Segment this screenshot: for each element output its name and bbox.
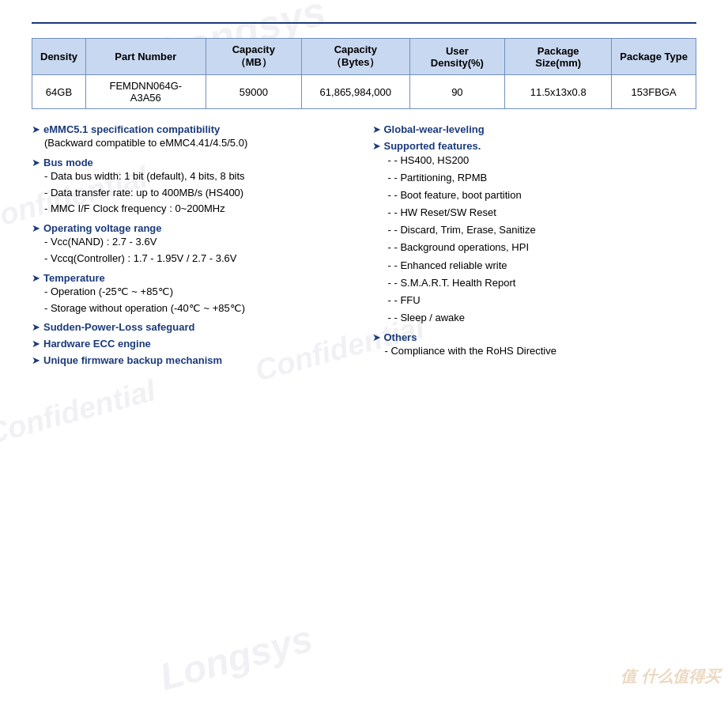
feature-main-line: ➤Operating voltage range (32, 222, 356, 234)
table-cell: FEMDNN064G-A3A56 (85, 75, 206, 109)
feature-sub-line: - Vccq(Controller) : 1.7 - 1.95V / 2.7 -… (44, 251, 356, 267)
feature-main-line: ➤Sudden-Power-Loss safeguard (32, 321, 356, 333)
table-cell: 90 (409, 75, 505, 109)
table-header-row: DensityPart NumberCapacity（MB）Capacity（B… (32, 39, 696, 75)
feature-item: ➤Unique firmware backup mechanism (32, 354, 356, 366)
feature-sub-line: - HS400, HS200 (388, 152, 697, 169)
feature-sub-line: - MMC I/F Clock frequency : 0~200MHz (44, 201, 356, 217)
feature-arrow-icon: ➤ (32, 157, 40, 168)
table-header-cell: Part Number (85, 39, 206, 75)
feature-sub-line: - Partitioning, RPMB (388, 169, 697, 187)
feature-main-line: ➤Global-wear-leveling (372, 123, 697, 135)
feature-arrow-icon: ➤ (32, 354, 40, 366)
feature-sub-line: - Sleep / awake (388, 309, 697, 327)
table-cell: 153FBGA (612, 75, 696, 109)
table-cell: 11.5x13x0.8 (505, 75, 612, 109)
feature-sub-line: - Storage without operation (-40℃ ~ +85℃… (44, 301, 356, 317)
feature-main-line: ➤Temperature (32, 272, 356, 284)
feature-bold-label: Hardware ECC engine (43, 338, 151, 350)
feature-sub-line: - Boot feature, boot partition (388, 187, 697, 204)
feature-arrow-icon: ➤ (372, 140, 381, 152)
watermark-mid3: Confidential (0, 373, 159, 451)
feature-bold-label: Global-wear-leveling (384, 123, 485, 135)
feature-sub-line: - S.M.A.R.T. Health Report (388, 274, 697, 292)
feature-item: ➤Temperature- Operation (-25℃ ~ +85℃)- S… (32, 272, 356, 317)
feature-item: ➤Hardware ECC engine (32, 338, 356, 350)
feature-bold-label: Temperature (43, 272, 105, 284)
feature-item: ➤Bus mode- Data bus width: 1 bit (defaul… (32, 157, 356, 217)
feature-sub-line: - Enhanced reliable write (388, 257, 697, 274)
feature-sub-line: - Data transfer rate: up to 400MB/s (HS4… (44, 185, 356, 202)
table-body: 64GBFEMDNN064G-A3A565900061,865,984,0009… (32, 75, 696, 109)
product-table: DensityPart NumberCapacity（MB）Capacity（B… (32, 38, 696, 109)
feature-arrow-icon: ➤ (32, 321, 40, 333)
feature-main-line: ➤Hardware ECC engine (32, 338, 356, 350)
feature-arrow-icon: ➤ (372, 331, 381, 343)
feature-sub-line: - HW Reset/SW Reset (388, 204, 697, 221)
feature-item: ➤Others- Compliance with the RoHS Direct… (372, 331, 697, 360)
feature-arrow-icon: ➤ (32, 222, 40, 234)
feature-item: ➤Global-wear-leveling (372, 123, 697, 135)
feature-main-line: ➤Others (372, 331, 697, 343)
feature-item: ➤Sudden-Power-Loss safeguard (32, 321, 356, 333)
feature-sub-line: - FFU (388, 292, 697, 309)
feature-arrow-icon: ➤ (32, 338, 40, 350)
table-cell: 61,865,984,000 (302, 75, 410, 109)
watermark-botright: 值 什么值得买 (620, 666, 720, 687)
feature-sub-text: (Backward compatible to eMMC4.41/4.5/5.0… (44, 135, 356, 152)
table-header-cell: Capacity（Bytes） (302, 39, 410, 75)
feature-main-line: ➤eMMC5.1 specification compatibility (32, 123, 356, 135)
feature-bold-label: Bus mode (43, 157, 93, 168)
feature-item: ➤eMMC5.1 specification compatibility(Bac… (32, 123, 356, 152)
feature-bold-label: eMMC5.1 specification compatibility (43, 123, 220, 135)
feature-sub-line: - Data bus width: 1 bit (default), 4 bit… (44, 168, 356, 185)
feature-bold-label: Sudden-Power-Loss safeguard (43, 321, 194, 333)
feature-arrow-icon: ➤ (372, 123, 381, 135)
feature-main-line: ➤Supported features. (372, 140, 697, 152)
table-header-cell: Package Size(mm) (505, 39, 612, 75)
table-row: 64GBFEMDNN064G-A3A565900061,865,984,0009… (32, 75, 696, 109)
feature-sub-line: - Discard, Trim, Erase, Sanitize (388, 221, 697, 239)
table-cell: 59000 (206, 75, 301, 109)
feature-main-line: ➤Unique firmware backup mechanism (32, 354, 356, 366)
feature-bold-label: Unique firmware backup mechanism (43, 354, 222, 366)
features-right-col: ➤Global-wear-leveling➤Supported features… (372, 123, 697, 371)
feature-main-line: ➤Bus mode (32, 157, 356, 168)
table-header-cell: Capacity（MB） (206, 39, 301, 75)
feature-bold-label: Others (384, 331, 417, 343)
table-header-cell: Package Type (612, 39, 696, 75)
table-cell: 64GB (32, 75, 86, 109)
features-left-col: ➤eMMC5.1 specification compatibility(Bac… (32, 123, 356, 371)
feature-item: ➤Supported features.- HS400, HS200- Part… (372, 140, 697, 327)
table-header-cell: Density (32, 39, 86, 75)
feature-bold-label: Operating voltage range (43, 222, 162, 234)
watermark-bot: Longsys (155, 616, 317, 698)
feature-sub-line: - Operation (-25℃ ~ +85℃) (44, 284, 356, 301)
features-container: ➤eMMC5.1 specification compatibility(Bac… (32, 123, 696, 371)
table-header-cell: User Density(%) (409, 39, 505, 75)
feature-arrow-icon: ➤ (32, 272, 40, 284)
feature-sub-line: - Vcc(NAND) : 2.7 - 3.6V (44, 234, 356, 251)
feature-bold-label: Supported features. (384, 140, 481, 152)
feature-sub-line: - Background operations, HPI (388, 239, 697, 256)
feature-sub-line: - Compliance with the RoHS Directive (385, 343, 697, 360)
feature-arrow-icon: ➤ (32, 123, 40, 135)
feature-item: ➤Operating voltage range- Vcc(NAND) : 2.… (32, 222, 356, 267)
header (32, 16, 696, 24)
